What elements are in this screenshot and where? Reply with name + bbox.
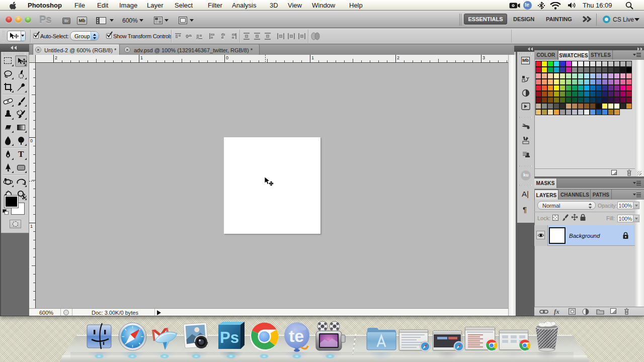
svg-text:te: te	[289, 326, 304, 345]
svg-text:Ps: Ps	[220, 329, 239, 346]
